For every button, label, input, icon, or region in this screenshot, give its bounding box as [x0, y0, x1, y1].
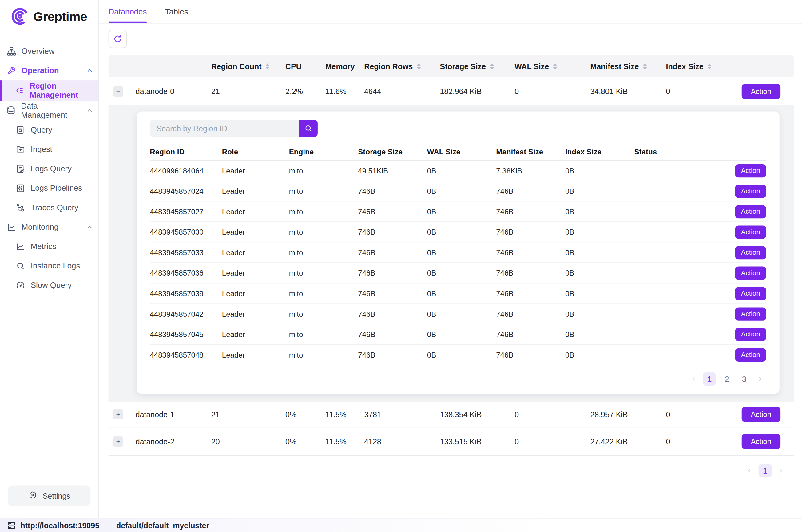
settings-button[interactable]: Settings: [8, 485, 91, 506]
region-row: 4483945857039 Leader mito 746B 0B 746B 0…: [150, 283, 766, 304]
sidebar-item-label: Slow Query: [31, 281, 72, 290]
storage-size: 746B: [358, 207, 427, 215]
engine: mito: [289, 269, 358, 277]
manifest-size: 746B: [496, 207, 565, 215]
manifest-size: 7.38KiB: [496, 166, 565, 175]
role: Leader: [222, 248, 289, 257]
action-button[interactable]: Action: [735, 287, 766, 300]
sidebar-item-logs-pipelines[interactable]: Logs Pipelines: [0, 178, 98, 198]
expanded-regions-panel: Region ID Role Engine Storage Size WAL S…: [109, 106, 794, 402]
search-button[interactable]: [299, 120, 318, 137]
sidebar-item-overview[interactable]: Overview: [0, 41, 98, 61]
sidebar-item-ingest[interactable]: Ingest: [0, 139, 98, 159]
region-id: 4483945857039: [150, 289, 222, 298]
expand-row-button[interactable]: +: [113, 436, 123, 446]
next-page-icon[interactable]: [755, 376, 765, 382]
page-number[interactable]: 3: [738, 373, 751, 386]
index-size-value: 0: [663, 410, 739, 419]
memory-value: 11.5%: [322, 437, 361, 445]
header-index-size: Index Size: [565, 148, 634, 156]
expand-row-button[interactable]: +: [113, 409, 123, 419]
sidebar-group-operation[interactable]: Operation: [0, 61, 98, 80]
action-button[interactable]: Action: [742, 406, 781, 422]
action-button[interactable]: Action: [735, 266, 766, 280]
refresh-icon: [113, 34, 122, 43]
sort-icon[interactable]: [643, 63, 647, 69]
index-size: 0B: [565, 269, 634, 277]
index-size: 0B: [565, 330, 634, 339]
sort-icon[interactable]: [708, 63, 712, 69]
action-button[interactable]: Action: [742, 434, 781, 449]
page-number[interactable]: 2: [720, 373, 733, 386]
header-status: Status: [634, 148, 703, 156]
regions-card: Region ID Role Engine Storage Size WAL S…: [136, 112, 780, 394]
sort-icon[interactable]: [553, 63, 557, 69]
sidebar-item-slow-query[interactable]: Slow Query: [0, 276, 98, 295]
database-icon: [6, 106, 16, 115]
action-button[interactable]: Action: [735, 246, 766, 259]
region-id: 4483945857048: [150, 350, 222, 359]
engine: mito: [289, 187, 358, 195]
sidebar-item-region-management[interactable]: Region Management: [0, 80, 98, 101]
action-button[interactable]: Action: [735, 164, 766, 177]
refresh-button[interactable]: [109, 30, 127, 48]
index-size: 0B: [565, 187, 634, 195]
role: Leader: [222, 207, 289, 215]
prev-page-icon[interactable]: [689, 376, 699, 382]
chevron-up-icon[interactable]: [87, 224, 93, 231]
magnifier-icon: [15, 261, 25, 271]
collapse-row-button[interactable]: −: [113, 86, 123, 96]
sidebar-item-traces-query[interactable]: Traces Query: [0, 198, 98, 217]
action-button[interactable]: Action: [742, 84, 781, 99]
page-number[interactable]: 1: [703, 373, 716, 386]
sidebar-group-data-management[interactable]: Data Management: [0, 101, 98, 120]
engine: mito: [289, 310, 358, 318]
action-button[interactable]: Action: [735, 307, 766, 320]
action-button[interactable]: Action: [735, 348, 766, 361]
sidebar-item-metrics[interactable]: Metrics: [0, 237, 98, 256]
sidebar-item-query[interactable]: Query: [0, 120, 98, 139]
sort-icon[interactable]: [266, 63, 270, 69]
region-id: 4483945857036: [150, 269, 222, 277]
tab-tables[interactable]: Tables: [165, 0, 188, 23]
server-url[interactable]: http://localhost:19095: [21, 521, 99, 530]
cluster-name[interactable]: default/default_mycluster: [116, 521, 209, 530]
index-size-value: 0: [663, 437, 739, 445]
sidebar-group-monitoring[interactable]: Monitoring: [0, 217, 98, 237]
region-count-value: 21: [208, 87, 282, 96]
prev-page-icon[interactable]: [744, 468, 755, 474]
sidebar-item-logs-query[interactable]: Logs Query: [0, 159, 98, 178]
action-button[interactable]: Action: [735, 225, 766, 239]
action-button[interactable]: Action: [735, 327, 766, 341]
index-size: 0B: [565, 207, 634, 215]
sidebar-item-instance-logs[interactable]: Instance Logs: [0, 256, 98, 276]
status-bar: http://localhost:19095 default/default_m…: [0, 518, 802, 532]
storage-size-value: 138.354 KiB: [437, 410, 511, 419]
page-number[interactable]: 1: [759, 464, 772, 477]
header-memory: Memory: [322, 62, 361, 71]
tab-bar: Datanodes Tables: [99, 0, 802, 24]
region-row: 4440996184064 Leader mito 49.51KiB 0B 7.…: [150, 160, 766, 181]
action-button[interactable]: Action: [735, 205, 766, 218]
sort-icon[interactable]: [417, 63, 421, 69]
next-page-icon[interactable]: [776, 468, 786, 474]
region-id: 4483945857030: [150, 228, 222, 236]
role: Leader: [222, 350, 289, 359]
role: Leader: [222, 310, 289, 318]
wal-size: 0B: [427, 166, 496, 175]
tab-datanodes[interactable]: Datanodes: [109, 0, 147, 23]
manifest-size: 746B: [496, 310, 565, 318]
chevron-up-icon[interactable]: [87, 107, 93, 114]
brand-logo[interactable]: Greptime: [0, 0, 98, 30]
chevron-up-icon[interactable]: [87, 67, 93, 74]
datanode-name: datanode-2: [131, 437, 208, 445]
header-cpu: CPU: [282, 62, 322, 71]
header-manifest-size: Manifest Size: [496, 148, 565, 156]
action-button[interactable]: Action: [735, 185, 766, 198]
header-region-id: Region ID: [150, 148, 222, 156]
sort-icon[interactable]: [490, 63, 494, 69]
region-search-input[interactable]: [150, 120, 299, 137]
sitemap-icon: [6, 46, 16, 56]
region-branch-icon: [15, 86, 25, 95]
storage-size: 746B: [358, 248, 427, 257]
